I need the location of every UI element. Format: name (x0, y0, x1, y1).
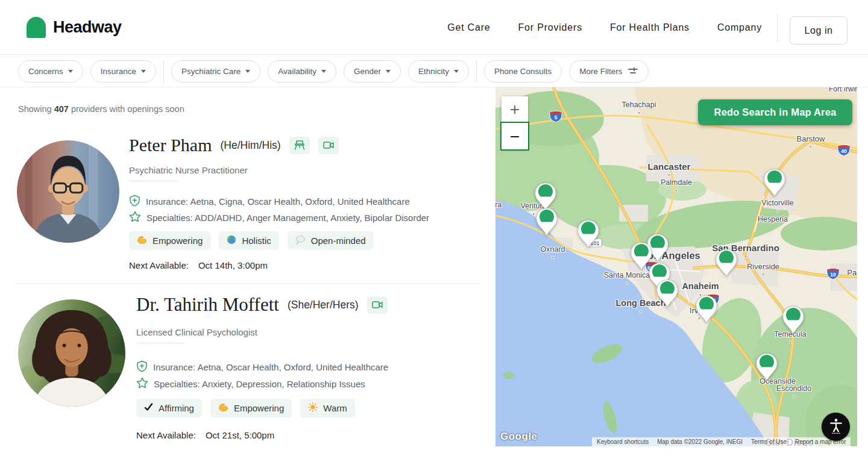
map-pin[interactable] (755, 352, 778, 381)
headway-logo[interactable]: Headway (27, 17, 122, 38)
provider-name[interactable]: Peter Pham (129, 135, 212, 155)
top-header: Headway Get Care For Providers For Healt… (0, 0, 868, 55)
map-city-label: Lancaster (648, 161, 691, 172)
filter-phone-consults[interactable]: Phone Consults (484, 60, 562, 83)
filter-divider (163, 60, 164, 83)
insurance-label: Insurance: (146, 196, 188, 207)
trait-badge: Empowering (210, 399, 292, 417)
check-icon (144, 403, 153, 413)
map-city-dot (776, 210, 779, 213)
map-city-dot (532, 213, 535, 216)
provider-pronouns: (He/Him/His) (220, 139, 280, 152)
shield-plus-icon (129, 195, 140, 208)
nav-get-care[interactable]: Get Care (447, 22, 490, 33)
thought-balloon-icon (295, 235, 306, 246)
map-city-label: Palmdale (661, 178, 692, 187)
chevron-down-icon (245, 70, 250, 73)
zoom-out-button[interactable]: − (502, 123, 528, 149)
map-pin[interactable] (763, 168, 786, 197)
video-icon (367, 296, 388, 314)
map-pin[interactable] (534, 182, 557, 211)
map-pin[interactable] (695, 295, 718, 323)
chair-icon (289, 137, 310, 154)
filter-availability[interactable]: Availability (268, 60, 336, 83)
primary-nav: Get Care For Providers For Health Plans … (447, 0, 762, 55)
map-city-label: Anaheim (682, 281, 719, 291)
card-separator (15, 283, 480, 284)
nav-for-providers[interactable]: For Providers (518, 22, 582, 33)
svg-text:40: 40 (841, 148, 847, 154)
specialties-list: ADD/ADHD, Anger Management, Anxiety, Bip… (195, 213, 429, 223)
map-pin[interactable] (577, 219, 600, 248)
map-city-dot (789, 341, 792, 344)
provider-title: Psychiatric Nurse Practitioner (129, 165, 248, 175)
provider-photo[interactable] (17, 140, 119, 243)
map-city-label: Fort Irwin (829, 87, 857, 93)
video-icon (318, 137, 339, 154)
star-icon (129, 211, 141, 224)
google-logo[interactable]: Google (500, 431, 538, 443)
filter-insurance[interactable]: Insurance (90, 60, 156, 83)
headway-search-page: Headway Get Care For Providers For Healt… (0, 0, 868, 468)
muscle-icon (137, 235, 147, 246)
map-city-label: Escondido (776, 384, 811, 393)
globe-icon (227, 235, 236, 246)
accessibility-icon (828, 417, 844, 436)
star-icon (136, 377, 148, 390)
filter-more-filters[interactable]: More Filters (569, 60, 648, 83)
next-available-label: Next Available: (136, 430, 196, 440)
provider-title: Licensed Clinical Psychologist (136, 327, 257, 337)
chevron-down-icon (141, 70, 146, 73)
map-city-dot (675, 189, 678, 192)
provider-photo[interactable] (18, 299, 125, 407)
filter-gender[interactable]: Gender (344, 60, 401, 83)
next-available-value: Oct 14th, 3:00pm (198, 260, 268, 270)
accessibility-button[interactable] (822, 413, 850, 441)
interstate-shield: 40 (837, 144, 851, 159)
filter-ethnicity[interactable]: Ethnicity (408, 60, 469, 83)
login-button[interactable]: Log in (790, 16, 848, 45)
map-city-dot (744, 255, 747, 258)
zoom-in-button[interactable]: + (502, 96, 528, 123)
filter-bar: Concerns Insurance Psychiatric Care Avai… (0, 55, 868, 87)
filter-psychiatric-care[interactable]: Psychiatric Care (171, 60, 260, 83)
provider-name[interactable]: Dr. Tahirih Moffett (136, 294, 279, 316)
map-city-label: Santa Monica (604, 271, 650, 279)
map-city-dot (762, 273, 765, 276)
results-summary: Showing 407 providers with openings soon (18, 104, 184, 114)
headway-logo-text: Headway (53, 18, 122, 37)
map-city-label: Tehachapi (622, 101, 656, 109)
next-available-value: Oct 21st, 5:00pm (206, 430, 274, 440)
map-attribution-item[interactable]: Keyboard shortcuts (597, 438, 649, 445)
map-city-label: Hesperia (758, 215, 788, 223)
card-divider (129, 181, 177, 181)
map-city-dot (640, 310, 643, 313)
map-pin[interactable] (656, 279, 679, 308)
insurance-list: Aetna, Oscar Health, Oxford, United Heal… (197, 362, 388, 372)
map-pin[interactable] (715, 248, 738, 277)
trait-badge: Warm (300, 399, 354, 417)
map-pin[interactable] (535, 207, 558, 236)
map-attribution-item[interactable]: Terms of Use (751, 438, 787, 445)
nav-company[interactable]: Company (717, 22, 762, 33)
sun-icon (308, 402, 318, 414)
map-attribution-item: Map data ©2022 Google, INEGI (657, 438, 743, 445)
filter-concerns[interactable]: Concerns (18, 60, 83, 83)
map-city-label: Victorville (761, 199, 793, 207)
filter-divider (476, 60, 477, 83)
redo-search-button[interactable]: Redo Search in Map Area (698, 99, 852, 125)
specialties-label: Specialties: (154, 379, 200, 389)
chevron-down-icon (386, 70, 391, 73)
filter-lines-icon (627, 67, 638, 75)
map-panel[interactable]: Fort IrwinTehachapiBarstowLancasterPalmd… (495, 87, 857, 446)
map-pin[interactable] (782, 305, 805, 334)
nav-for-health-plans[interactable]: For Health Plans (610, 22, 690, 33)
map-city-label: Barstow (797, 134, 825, 143)
specialties-list: Anxiety, Depression, Relationship Issues (202, 379, 365, 389)
provider-results-list: Showing 407 providers with openings soon (0, 88, 495, 468)
provider-pronouns: (She/Her/Hers) (288, 299, 359, 311)
next-available-label: Next Available: (129, 260, 189, 270)
map-city-label: Riverside (747, 262, 779, 271)
map-city-dot (626, 282, 629, 285)
trait-badge: Holistic (219, 231, 278, 250)
